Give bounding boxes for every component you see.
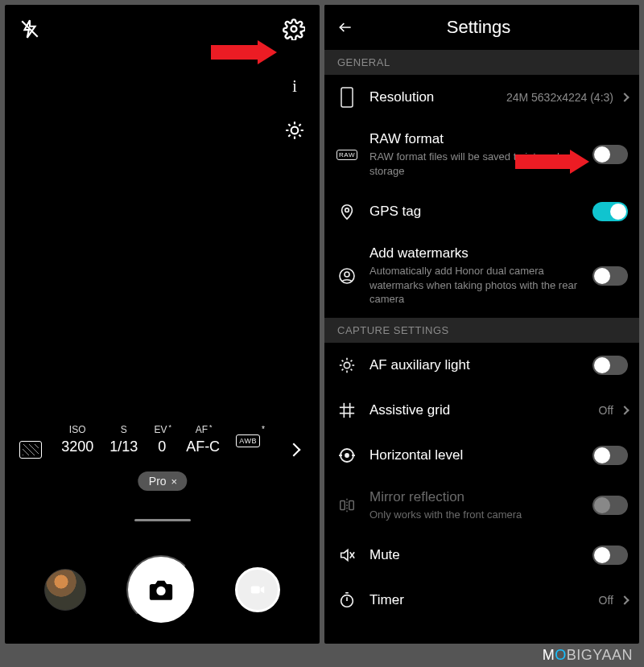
settings-gear-icon[interactable] [283,18,305,40]
iso-value: 3200 [61,438,93,455]
svg-point-17 [345,208,349,212]
row-resolution[interactable]: Resolution 24M 5632x4224 (4:3) [324,75,639,120]
svg-rect-16 [341,88,353,107]
awb-control[interactable]: AWB* [236,424,263,455]
shutter-value: 1/13 [109,438,138,455]
video-mode-button[interactable] [235,567,280,612]
mode-pill[interactable]: Pro × [138,471,187,491]
video-icon [249,581,266,599]
iso-control[interactable]: ISO 3200 [61,424,93,455]
site-watermark: MOBIGYAAN [543,647,633,664]
svg-line-25 [342,360,344,361]
row-title: Resolution [369,89,495,105]
mute-icon [336,546,358,564]
location-icon [336,203,358,220]
row-watermark[interactable]: Add watermarks Automatically add Honor d… [324,234,639,318]
svg-rect-13 [251,586,260,593]
row-title: RAW format [369,131,581,147]
section-header-general: GENERAL [324,50,639,75]
row-title: Add watermarks [369,245,581,261]
raw-icon: RAW [336,150,358,160]
svg-line-28 [351,360,353,361]
svg-line-26 [351,368,353,370]
horizon-toggle[interactable] [592,446,628,465]
timer-icon [336,591,358,609]
svg-point-19 [345,272,349,277]
ev-control[interactable]: EV* 0 [154,424,170,455]
timer-value: Off [599,594,613,607]
resolution-icon [336,86,358,109]
brightness-icon [336,356,358,374]
mirror-toggle [592,496,628,515]
gps-toggle[interactable] [592,202,628,221]
gallery-thumbnail[interactable] [44,569,86,611]
swipe-indicator[interactable] [134,519,191,521]
row-title: AF auxiliary light [369,357,581,373]
camera-icon [147,576,175,603]
svg-marker-40 [341,550,348,561]
svg-marker-14 [260,586,264,593]
row-subtitle: Automatically add Honor dual camera wate… [369,264,581,307]
af-control[interactable]: AF* AF-C [186,424,220,455]
horizon-icon [336,446,358,465]
row-title: Mute [369,547,581,563]
ev-label: EV [154,424,167,435]
af-aux-toggle[interactable] [592,356,628,375]
row-title: Horizontal level [369,447,581,463]
info-icon[interactable]: i [292,77,297,96]
raw-toggle[interactable] [592,145,628,164]
svg-point-34 [345,454,349,457]
row-mirror-reflection: Mirror reflection Only works with the fr… [324,478,639,533]
annotation-arrow [211,40,283,64]
shutter-control[interactable]: S 1/13 [109,424,138,455]
svg-line-10 [288,134,290,136]
row-title: Timer [369,592,588,608]
watermark-icon [336,266,358,286]
metering-mode-icon[interactable] [19,441,42,459]
chevron-right-icon [620,596,629,605]
row-gps-tag[interactable]: GPS tag [324,189,639,234]
page-title: Settings [331,17,626,38]
row-horizontal-level[interactable]: Horizontal level [324,433,639,478]
row-assistive-grid[interactable]: Assistive grid Off [324,388,639,433]
svg-line-9 [299,134,300,136]
ev-value: 0 [158,438,166,455]
section-header-capture: CAPTURE SETTINGS [324,318,639,343]
camera-screen: i ISO 3200 [5,5,320,644]
flash-off-icon[interactable] [19,19,40,39]
chevron-right-icon[interactable] [287,443,301,456]
chevron-right-icon [620,93,629,101]
svg-line-8 [288,124,290,126]
svg-rect-38 [341,501,345,510]
mirror-icon [336,496,358,514]
row-mute[interactable]: Mute [324,533,639,578]
settings-screen: Settings GENERAL Resolution 24M 5632x422… [324,5,639,644]
close-icon: × [171,476,178,488]
iso-label: ISO [61,424,93,435]
chevron-right-icon [620,406,629,414]
mode-pill-label: Pro [149,475,167,488]
annotation-arrow [515,150,596,174]
brightness-icon[interactable] [284,120,305,141]
row-title: Mirror reflection [369,489,581,505]
grid-icon [336,401,358,419]
svg-point-2 [291,27,297,32]
mute-toggle[interactable] [592,546,628,565]
row-timer[interactable]: Timer Off [324,578,639,623]
resolution-value: 24M 5632x4224 (4:3) [506,91,613,104]
pro-mode-readout: ISO 3200 S 1/13 EV* 0 AF* AF-C AWB* [5,424,320,455]
watermark-toggle[interactable] [592,266,628,286]
svg-point-20 [344,362,349,368]
shutter-button[interactable] [126,555,196,624]
svg-rect-39 [349,501,354,510]
awb-label: AWB [236,434,260,447]
svg-point-3 [291,127,299,134]
row-af-aux[interactable]: AF auxiliary light [324,343,639,388]
af-value: AF-C [186,438,220,455]
svg-line-27 [342,368,344,370]
row-title: GPS tag [369,204,581,220]
svg-line-11 [299,124,300,126]
row-title: Assistive grid [369,402,588,418]
row-subtitle: Only works with the front camera [369,508,581,522]
grid-value: Off [599,404,613,417]
